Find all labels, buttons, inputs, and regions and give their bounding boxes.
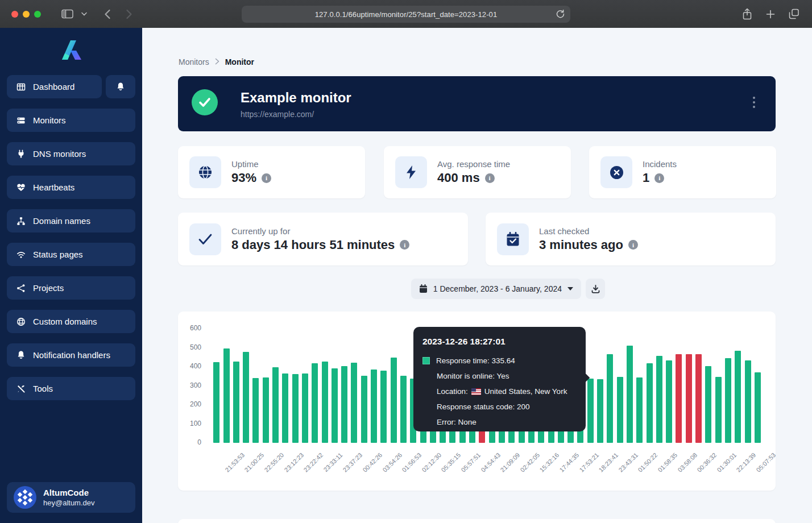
browser-chrome: 127.0.0.1/66uptime/monitor/25?start_date… — [0, 0, 812, 28]
bar-up[interactable] — [371, 370, 377, 443]
y-axis-tick: 200 — [179, 400, 201, 408]
sidebar-item-tools[interactable]: Tools — [7, 377, 135, 400]
refresh-icon[interactable] — [556, 9, 565, 19]
bar-up[interactable] — [233, 362, 239, 443]
bar-up[interactable] — [380, 371, 387, 443]
x-axis-label: 05:07:53 — [755, 451, 777, 474]
sidebar-item-notification-handlers[interactable]: Notification handlers — [7, 343, 135, 367]
date-range-picker[interactable]: 1 December, 2023 - 6 January, 2024 — [411, 279, 581, 299]
y-axis-tick: 400 — [179, 362, 201, 370]
bar-up[interactable] — [656, 356, 662, 443]
info-icon[interactable]: i — [485, 173, 495, 183]
y-axis-tick: 0 — [179, 438, 201, 446]
response-time-value: 400 ms — [437, 171, 480, 185]
x-axis-label: 02:42:05 — [519, 451, 541, 474]
bar-up[interactable] — [705, 366, 711, 443]
tools-icon — [16, 384, 26, 393]
bar-up[interactable] — [735, 351, 741, 443]
window-controls[interactable] — [11, 11, 41, 18]
globe-icon — [16, 317, 26, 326]
bar-up[interactable] — [361, 376, 367, 443]
new-tab-icon[interactable] — [766, 10, 775, 19]
sidebar-item-heartbeats[interactable]: Heartbeats — [7, 176, 135, 199]
address-bar[interactable]: 127.0.0.1/66uptime/monitor/25?start_date… — [242, 6, 570, 23]
x-axis-label: 23:37:23 — [342, 451, 364, 474]
bar-up[interactable] — [272, 367, 279, 443]
sidebar-toggle-icon[interactable] — [61, 9, 73, 19]
info-icon[interactable]: i — [262, 173, 271, 183]
chevron-down-icon[interactable] — [81, 12, 87, 16]
sidebar-item-projects[interactable]: Projects — [7, 276, 135, 300]
calendar-icon — [419, 284, 428, 293]
next-section-card — [178, 519, 776, 523]
x-axis-label: 21:09:09 — [499, 451, 521, 474]
close-window-button[interactable] — [11, 11, 18, 18]
bar-up[interactable] — [627, 346, 633, 443]
bell-icon — [116, 82, 125, 92]
user-name: AltumCode — [43, 488, 95, 497]
x-axis-label: 23:43:31 — [617, 451, 639, 474]
y-axis: 6005004003002001000 — [178, 312, 206, 459]
x-axis-label: 01:56:53 — [401, 451, 423, 474]
sidebar-item-custom-domains[interactable]: Custom domains — [7, 310, 135, 333]
export-button[interactable] — [586, 279, 605, 299]
bar-up[interactable] — [322, 362, 328, 443]
sidebar-item-dns-monitors[interactable]: DNS monitors — [7, 142, 135, 165]
bar-up[interactable] — [223, 348, 230, 443]
share-icon[interactable] — [742, 8, 752, 20]
bar-up[interactable] — [292, 374, 299, 443]
bar-up[interactable] — [636, 377, 643, 443]
bar-up[interactable] — [252, 378, 259, 443]
sidebar-item-domain-names[interactable]: Domain names — [7, 209, 135, 233]
bar-up[interactable] — [391, 358, 397, 443]
bar-up[interactable] — [666, 360, 672, 443]
zoom-window-button[interactable] — [34, 11, 41, 18]
bar-up[interactable] — [243, 352, 249, 443]
sidebar-item-status-pages[interactable]: Status pages — [7, 243, 135, 266]
bar-up[interactable] — [263, 377, 269, 443]
user-account[interactable]: AltumCode hey@altum.dev — [7, 482, 135, 513]
altumcode-logo[interactable] — [57, 37, 85, 62]
bar-up[interactable] — [725, 358, 731, 443]
bar-up[interactable] — [607, 354, 613, 443]
monitor-menu-button[interactable] — [753, 97, 755, 108]
notifications-button[interactable] — [106, 75, 135, 98]
bar-up[interactable] — [332, 368, 338, 443]
incidents-card: Incidents 1i — [589, 146, 776, 198]
bar-up[interactable] — [302, 373, 308, 443]
bar-down[interactable] — [686, 354, 692, 443]
bar-up[interactable] — [597, 379, 603, 443]
bar-up[interactable] — [715, 377, 722, 443]
info-icon[interactable]: i — [628, 240, 638, 250]
x-axis-label: 22:13:39 — [735, 451, 757, 474]
bar-up[interactable] — [755, 372, 761, 443]
share-nodes-icon — [16, 284, 26, 293]
minimize-window-button[interactable] — [23, 11, 30, 18]
calendar-check-icon — [497, 223, 529, 255]
bar-up[interactable] — [745, 360, 751, 443]
info-icon[interactable]: i — [654, 173, 664, 183]
bar-up[interactable] — [400, 376, 407, 443]
bar-down[interactable] — [695, 354, 702, 443]
bar-up[interactable] — [312, 363, 318, 443]
tooltip-error: Error: None — [422, 414, 575, 430]
back-button[interactable] — [104, 9, 111, 19]
sidebar-item-label: Notification handlers — [33, 350, 110, 360]
tab-overview-icon[interactable] — [789, 9, 799, 19]
sidebar-item-label: Tools — [33, 384, 53, 393]
bar-up[interactable] — [351, 363, 357, 443]
bar-up[interactable] — [647, 363, 653, 443]
bar-down[interactable] — [676, 354, 682, 443]
forward-button[interactable] — [126, 9, 132, 19]
bar-up[interactable] — [341, 366, 347, 443]
bar-up[interactable] — [213, 362, 219, 443]
last-checked-value: 3 minutes ago — [539, 238, 623, 252]
sidebar-item-monitors[interactable]: Monitors — [7, 109, 135, 132]
breadcrumb-monitors-link[interactable]: Monitors — [179, 57, 209, 67]
bar-up[interactable] — [282, 373, 288, 443]
info-icon[interactable]: i — [400, 240, 409, 250]
server-icon — [16, 116, 26, 125]
sidebar-item-dashboard[interactable]: Dashboard — [7, 75, 102, 98]
bar-up[interactable] — [587, 379, 594, 443]
bar-up[interactable] — [617, 377, 623, 443]
